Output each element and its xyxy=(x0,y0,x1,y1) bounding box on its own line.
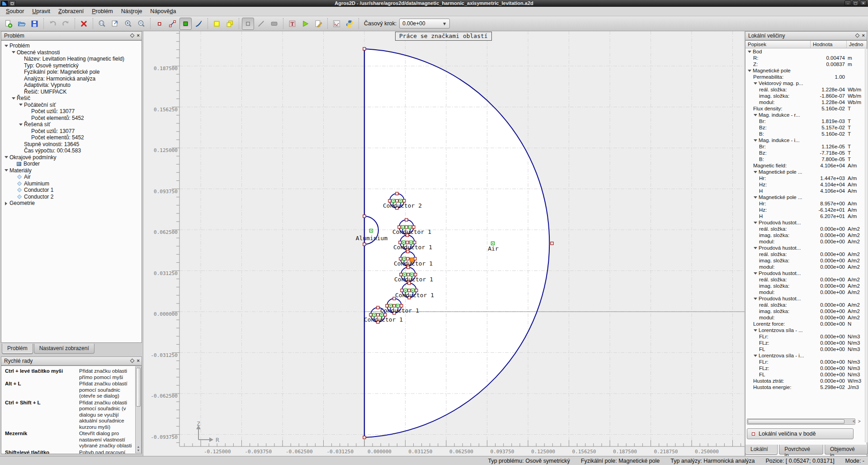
value-row[interactable]: FL0.000e+00N/m3 xyxy=(745,346,867,352)
geometry-node[interactable] xyxy=(408,282,410,285)
tree-item[interactable]: Počet uzlů: 13077 xyxy=(1,128,142,135)
value-row[interactable]: imag. složka:-1.860e-07Wb/m xyxy=(745,93,867,99)
value-row[interactable]: R:0.00474m xyxy=(745,55,867,61)
chevron-right-icon[interactable] xyxy=(4,201,8,205)
value-row[interactable]: Hz:4.104e+04A/m xyxy=(745,181,867,188)
value-row[interactable]: Lorentzova síla - i... xyxy=(745,352,867,359)
values-horizontal-scrollbar[interactable] xyxy=(747,418,855,425)
toolbar-button-node-mode[interactable] xyxy=(153,18,165,30)
geometry-node[interactable] xyxy=(363,243,366,246)
scrollbar-thumb[interactable] xyxy=(136,368,141,407)
value-row[interactable]: Hr:1.447e+03A/m xyxy=(745,175,867,181)
right-dock-tab[interactable]: Objemové in... xyxy=(825,445,868,455)
tree-item[interactable]: Stupně volnosti: 13645 xyxy=(1,141,142,148)
menu-nastroje[interactable]: Nástroje xyxy=(117,7,146,15)
toolbar-button-label-mode[interactable] xyxy=(179,18,192,30)
window-menu-icon[interactable] xyxy=(9,1,15,6)
toolbar-button-square-toggle[interactable] xyxy=(242,18,254,30)
geometry-node[interactable] xyxy=(406,250,409,253)
left-dock-tab[interactable]: Problém xyxy=(2,344,33,354)
value-row[interactable]: Proudová hustot... xyxy=(745,295,867,302)
chevron-down-icon[interactable] xyxy=(753,170,757,174)
tree-item[interactable]: Aluminium xyxy=(1,180,142,187)
menu-problem[interactable]: Problém xyxy=(88,7,117,15)
geometry-node[interactable] xyxy=(393,297,396,300)
value-row[interactable]: B:7.800e-05T xyxy=(745,156,867,162)
tree-item[interactable]: Čas výpočtu: 00:04.583 xyxy=(1,147,142,154)
value-row[interactable]: Flux density:5.160e-02T xyxy=(745,105,867,112)
value-row[interactable]: Hustota ztrát:0.000e+00W/m3 xyxy=(745,378,867,384)
value-row[interactable]: imag. složka:0.000e+00A/m2 xyxy=(745,232,867,238)
value-row[interactable]: H4.106e+04A/m xyxy=(745,188,867,194)
chevron-down-icon[interactable] xyxy=(753,271,757,275)
chevron-down-icon[interactable] xyxy=(753,246,757,250)
float-dock-icon[interactable] xyxy=(855,33,859,38)
chevron-down-icon[interactable] xyxy=(11,50,15,54)
chevron-down-icon[interactable] xyxy=(753,113,757,117)
geometry-node[interactable] xyxy=(551,242,553,245)
toolbar-button-python[interactable] xyxy=(344,18,356,30)
menu-napoveda[interactable]: Nápověda xyxy=(146,7,180,15)
geometry-node[interactable] xyxy=(396,192,398,195)
value-row[interactable]: Lorentz force:0.000e+00N xyxy=(745,321,867,327)
value-row[interactable]: reál. složka:0.000e+00A/m2 xyxy=(745,226,867,232)
value-row[interactable]: Bz:5.157e-02T xyxy=(745,124,867,131)
toolbar-button-local-values[interactable] xyxy=(211,18,223,30)
tree-item[interactable]: Conductor 2 xyxy=(1,194,142,200)
value-row[interactable]: FLr:0.000e+00N/m3 xyxy=(745,333,867,340)
toolbar-button-edge-mode[interactable] xyxy=(166,18,179,30)
chevron-down-icon[interactable] xyxy=(753,81,757,85)
value-row[interactable]: Magnetic field:4.106e+04A/m xyxy=(745,162,867,169)
value-row[interactable]: Permeabilita:1.00 xyxy=(745,74,867,80)
toolbar-button-save-document[interactable] xyxy=(28,18,41,30)
right-dock-tab[interactable]: Lokální ... xyxy=(745,445,778,455)
tree-item[interactable]: Počáteční síť xyxy=(1,102,142,109)
toolbar-button-undo[interactable] xyxy=(47,18,59,30)
value-row[interactable]: Hr:8.957e+00A/m xyxy=(745,200,867,207)
geometry-node[interactable] xyxy=(377,306,379,309)
hints-scrollbar[interactable]: ▲▼ xyxy=(135,366,142,453)
values-vertical-scrollbar[interactable] xyxy=(865,49,868,442)
toolbar-button-chart[interactable] xyxy=(330,18,343,30)
close-dock-icon[interactable]: × xyxy=(137,358,140,363)
value-row[interactable]: Magnetické pole ... xyxy=(745,194,867,200)
value-row[interactable]: reál. složka:1.228e-04Wb/m xyxy=(745,86,867,93)
value-row[interactable]: Proudová hustot... xyxy=(745,219,867,226)
value-row[interactable]: Mag. indukce - r... xyxy=(745,112,867,118)
tree-item[interactable]: Analýza: Harmonická analýza xyxy=(1,76,142,82)
value-row[interactable]: B:5.160e-02T xyxy=(745,131,867,137)
value-row[interactable]: Br:1.819e-03T xyxy=(745,118,867,124)
menu-upravit[interactable]: Upravit xyxy=(28,7,54,15)
value-row[interactable]: modul:0.000e+00A/m2 xyxy=(745,264,867,270)
values-table-header[interactable]: Popisek Hodnota Jedno xyxy=(745,40,867,48)
menu-zobrazeni[interactable]: Zobrazení xyxy=(54,7,88,15)
value-row[interactable]: FLz:0.000e+00N/m3 xyxy=(745,365,867,371)
column-jednotka[interactable]: Jedno xyxy=(847,41,867,48)
value-row[interactable]: Z:0.00837m xyxy=(745,61,867,67)
tree-item[interactable]: Conductor 1 xyxy=(1,187,142,194)
chevron-down-icon[interactable] xyxy=(753,297,757,301)
value-row[interactable]: Proudová hustot... xyxy=(745,270,867,276)
tree-item[interactable]: Počet elementů: 5452 xyxy=(1,134,142,141)
value-row[interactable]: imag. složka:0.000e+00A/m2 xyxy=(745,257,867,264)
column-popisek[interactable]: Popisek xyxy=(745,41,811,48)
close-dock-icon[interactable]: × xyxy=(862,33,865,38)
tree-item[interactable]: Počet uzlů: 13077 xyxy=(1,108,142,115)
toolbar-button-new-document[interactable] xyxy=(2,18,14,30)
value-row[interactable]: Bz:-7.718e-05T xyxy=(745,150,867,156)
toolbar-button-line-toggle[interactable] xyxy=(255,18,267,30)
value-row[interactable]: modul:1.228e-04Wb/m xyxy=(745,99,867,105)
value-row[interactable]: FLz:0.000e+00N/m3 xyxy=(745,340,867,346)
scroll-right-icon[interactable]: > xyxy=(858,418,861,425)
canvas-svg[interactable]: 0.1875000.1562500.1250000.0937500.062500… xyxy=(143,31,745,456)
scrollbar-arrows[interactable]: ▲▼ xyxy=(136,445,141,452)
value-row[interactable]: imag. složka:0.000e+00A/m2 xyxy=(745,283,867,289)
float-dock-icon[interactable] xyxy=(130,359,134,363)
right-dock-tab[interactable]: Povrchové in... xyxy=(779,445,823,455)
chevron-down-icon[interactable] xyxy=(753,195,757,199)
value-row[interactable]: imag. složka:0.000e+00A/m2 xyxy=(745,308,867,314)
tree-item[interactable]: Okrajové podmínky xyxy=(1,154,142,161)
time-step-combobox[interactable]: 0.00e+00 ▼ xyxy=(399,19,450,28)
tree-item[interactable]: Problém xyxy=(1,43,142,49)
chevron-down-icon[interactable] xyxy=(4,155,8,159)
